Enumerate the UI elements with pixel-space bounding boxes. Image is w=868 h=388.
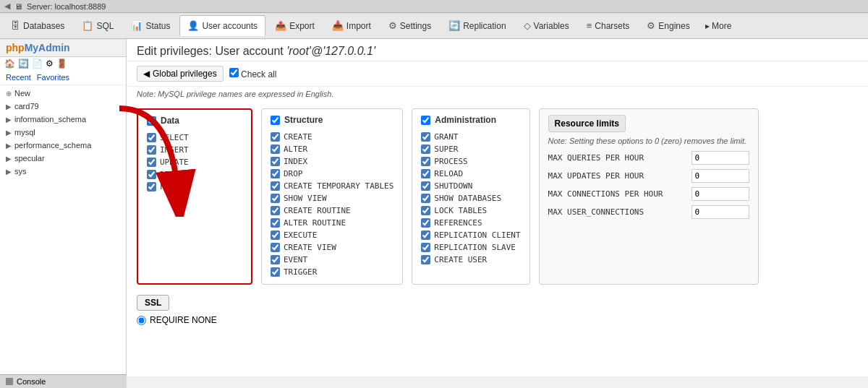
- checkbox-delete[interactable]: [147, 170, 156, 179]
- sidebar-item-sys[interactable]: ▶ sys: [0, 165, 126, 178]
- sidebar-item-mysql[interactable]: ▶ mysql: [0, 126, 126, 139]
- tab-variables[interactable]: ◇ Variables: [516, 15, 577, 36]
- config-icon[interactable]: ⚙: [46, 59, 54, 69]
- ssl-require-none-radio[interactable]: [137, 316, 146, 325]
- topbar: ◀ 🖥 Server: localhost:8889: [0, 0, 868, 13]
- tab-sql[interactable]: 📋 SQL: [74, 15, 122, 36]
- checkbox-event[interactable]: [271, 255, 280, 264]
- tab-user-accounts[interactable]: 👤 User accounts: [179, 15, 265, 36]
- admin-section-checkbox[interactable]: [421, 116, 430, 125]
- phpmyadmin-logo: phpMyAdmin: [6, 42, 70, 53]
- charsets-icon: ≡: [587, 20, 592, 31]
- priv-delete: DELETE: [147, 168, 242, 181]
- check-all-checkbox[interactable]: [229, 68, 239, 77]
- checkbox-create-routine[interactable]: [271, 206, 280, 215]
- priv-alter: ALTER: [271, 143, 393, 155]
- checkbox-alter[interactable]: [271, 145, 280, 154]
- priv-insert: INSERT: [147, 144, 242, 156]
- data-box-title: Data: [147, 116, 242, 126]
- notice-bar: Note: MySQL privilege names are expresse…: [127, 87, 868, 101]
- priv-show-view: SHOW VIEW: [271, 192, 393, 204]
- checkbox-shutdown[interactable]: [421, 181, 430, 191]
- checkbox-alter-routine[interactable]: [271, 218, 280, 228]
- checkbox-show-view[interactable]: [271, 194, 280, 203]
- structure-section-checkbox[interactable]: [271, 116, 280, 125]
- checkbox-drop[interactable]: [271, 169, 280, 178]
- server-label: Server: localhost:8889: [27, 2, 106, 11]
- notice-text: Note: MySQL privilege names are expresse…: [137, 90, 334, 98]
- sidebar-item-performance-schema[interactable]: ▶ performance_schema: [0, 139, 126, 152]
- variables-icon: ◇: [524, 20, 531, 31]
- logout-icon[interactable]: 🚪: [56, 59, 67, 69]
- checkbox-insert[interactable]: [147, 145, 156, 155]
- checkbox-show-databases[interactable]: [421, 194, 430, 203]
- checkbox-execute[interactable]: [271, 230, 280, 240]
- checkbox-index[interactable]: [271, 157, 280, 166]
- tab-export[interactable]: 📤 Export: [267, 15, 323, 36]
- global-privileges-button[interactable]: ◀ Global privileges: [137, 66, 224, 82]
- doc-icon[interactable]: 📄: [32, 59, 43, 69]
- checkbox-create-temp[interactable]: [271, 181, 280, 191]
- checkbox-super[interactable]: [421, 145, 430, 154]
- checkbox-update[interactable]: [147, 158, 156, 167]
- app-layout: phpMyAdmin 🏠 🔄 📄 ⚙ 🚪 Recent Favorites ⊕ …: [0, 39, 868, 376]
- reload-icon[interactable]: 🔄: [18, 59, 29, 69]
- priv-create-view: CREATE VIEW: [271, 241, 393, 254]
- favorites-link[interactable]: Favorites: [37, 73, 69, 82]
- settings-icon: ⚙: [388, 20, 397, 31]
- sidebar-item-card79[interactable]: ▶ card79: [0, 100, 126, 113]
- checkbox-lock-tables[interactable]: [421, 206, 430, 215]
- databases-icon: 🗄: [11, 20, 20, 31]
- tab-charsets[interactable]: ≡ Charsets: [579, 15, 638, 36]
- window-back-arrow: ◀: [4, 1, 10, 11]
- priv-update: UPDATE: [147, 156, 242, 168]
- check-all-label[interactable]: Check all: [229, 68, 277, 79]
- privileges-grid: Data SELECT INSERT UPDATE: [127, 101, 868, 292]
- input-max-connections[interactable]: [692, 187, 749, 201]
- priv-file: FILE: [147, 181, 242, 193]
- checkbox-create-user[interactable]: [421, 255, 430, 264]
- tab-replication[interactable]: 🔄 Replication: [441, 15, 514, 36]
- checkbox-replication-slave[interactable]: [421, 243, 430, 252]
- checkbox-select[interactable]: [147, 133, 156, 142]
- resource-row-user-connections: MAX USER_CONNECTIONS: [548, 205, 749, 219]
- sidebar-item-information-schema[interactable]: ▶ information_schema: [0, 113, 126, 126]
- db-icon-sys: ▶: [6, 168, 12, 176]
- priv-alter-routine: ALTER ROUTINE: [271, 217, 393, 229]
- recent-link[interactable]: Recent: [6, 73, 31, 82]
- checkbox-reload[interactable]: [421, 169, 430, 178]
- checkbox-create-view[interactable]: [271, 243, 280, 252]
- checkbox-grant[interactable]: [421, 132, 430, 142]
- tab-import[interactable]: 📥 Import: [324, 15, 379, 36]
- sidebar-icon-row: 🏠 🔄 📄 ⚙ 🚪: [0, 57, 126, 70]
- input-max-updates[interactable]: [692, 169, 749, 183]
- administration-privileges-box: Administration GRANT SUPER PROCESS: [412, 108, 529, 285]
- tab-databases[interactable]: 🗄 Databases: [3, 15, 72, 36]
- priv-lock-tables: LOCK TABLES: [421, 204, 520, 217]
- checkbox-file[interactable]: [147, 182, 156, 191]
- checkbox-references[interactable]: [421, 218, 430, 228]
- input-max-user-connections[interactable]: [692, 205, 749, 219]
- checkbox-process[interactable]: [421, 157, 430, 166]
- tab-more[interactable]: ▸ More: [699, 17, 738, 35]
- ssl-section: SSL REQUIRE NONE: [127, 292, 868, 331]
- checkbox-create[interactable]: [271, 132, 280, 142]
- tab-settings[interactable]: ⚙ Settings: [380, 15, 439, 36]
- checkbox-replication-client[interactable]: [421, 230, 430, 240]
- console-bar[interactable]: Console: [0, 374, 127, 388]
- priv-create-routine: CREATE ROUTINE: [271, 204, 393, 217]
- priv-grant: GRANT: [421, 131, 520, 143]
- console-icon: [6, 378, 13, 385]
- sidebar-item-new[interactable]: ⊕ New: [0, 87, 126, 100]
- sidebar-item-specular[interactable]: ▶ specular: [0, 152, 126, 165]
- tab-status[interactable]: 📊 Status: [123, 15, 178, 36]
- tab-engines[interactable]: ⚙ Engines: [639, 15, 697, 36]
- checkbox-trigger[interactable]: [271, 267, 280, 277]
- export-icon: 📤: [275, 20, 286, 31]
- home-icon[interactable]: 🏠: [4, 59, 15, 69]
- data-section-checkbox[interactable]: [147, 116, 156, 126]
- ssl-button[interactable]: SSL: [137, 295, 169, 311]
- input-max-queries[interactable]: [692, 151, 749, 165]
- main-content: Edit privileges: User account 'root'@'12…: [127, 39, 868, 376]
- resource-row-updates: MAX UPDATES PER HOUR: [548, 169, 749, 183]
